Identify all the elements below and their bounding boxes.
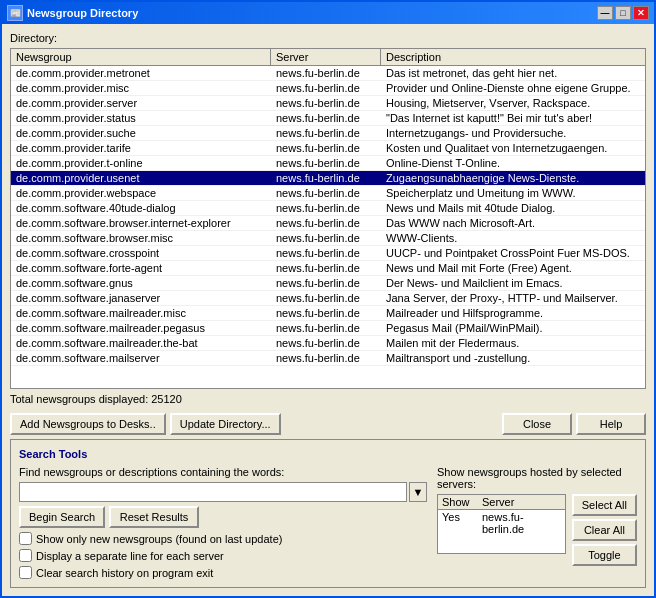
- newsgroup-table: Newsgroup Server Description de.comm.pro…: [10, 48, 646, 389]
- table-cell: news.fu-berlin.de: [271, 201, 381, 215]
- table-cell: de.comm.software.mailreader.misc: [11, 306, 271, 320]
- servers-table[interactable]: Show Server Yes news.fu-berlin.de: [437, 494, 566, 554]
- checkbox-per-server-label: Display a separate line for each server: [36, 550, 224, 562]
- table-row[interactable]: de.comm.software.mailservernews.fu-berli…: [11, 351, 645, 366]
- table-row[interactable]: de.comm.software.browser.internet-explor…: [11, 216, 645, 231]
- table-cell: de.comm.provider.status: [11, 111, 271, 125]
- clear-all-button[interactable]: Clear All: [572, 519, 637, 541]
- table-cell: de.comm.provider.t-online: [11, 156, 271, 170]
- table-cell: Housing, Mietserver, Vserver, Rackspace.: [381, 96, 645, 110]
- update-directory-button[interactable]: Update Directory...: [170, 413, 281, 435]
- table-cell: news.fu-berlin.de: [271, 336, 381, 350]
- maximize-button[interactable]: □: [615, 6, 631, 20]
- table-row[interactable]: de.comm.software.forte-agentnews.fu-berl…: [11, 261, 645, 276]
- table-row[interactable]: de.comm.provider.statusnews.fu-berlin.de…: [11, 111, 645, 126]
- window-title: Newsgroup Directory: [27, 7, 138, 19]
- table-row[interactable]: de.comm.software.40tude-dialognews.fu-be…: [11, 201, 645, 216]
- col-header-description: Description: [381, 49, 645, 65]
- total-count-label: Total newsgroups displayed: 25120: [10, 389, 646, 409]
- table-body[interactable]: de.comm.provider.metronetnews.fu-berlin.…: [11, 66, 645, 388]
- checkbox-separate-line[interactable]: Display a separate line for each server: [19, 549, 427, 562]
- table-cell: de.comm.software.forte-agent: [11, 261, 271, 275]
- table-row[interactable]: de.comm.provider.metronetnews.fu-berlin.…: [11, 66, 645, 81]
- table-cell: de.comm.software.janaserver: [11, 291, 271, 305]
- table-cell: de.comm.software.mailreader.pegasus: [11, 321, 271, 335]
- search-left-panel: Find newsgroups or descriptions containi…: [19, 466, 427, 579]
- search-right-panel: Show newsgroups hosted by selected serve…: [437, 466, 637, 579]
- checkbox-per-server[interactable]: [19, 549, 32, 562]
- checkbox-clear-history-input[interactable]: [19, 566, 32, 579]
- find-label: Find newsgroups or descriptions containi…: [19, 466, 427, 478]
- table-row[interactable]: de.comm.software.browser.miscnews.fu-ber…: [11, 231, 645, 246]
- servers-label: Show newsgroups hosted by selected serve…: [437, 466, 637, 490]
- table-cell: de.comm.software.40tude-dialog: [11, 201, 271, 215]
- begin-search-button[interactable]: Begin Search: [19, 506, 105, 528]
- table-cell: Pegasus Mail (PMail/WinPMail).: [381, 321, 645, 335]
- search-tools-title: Search Tools: [19, 448, 637, 460]
- table-cell: news.fu-berlin.de: [271, 171, 381, 185]
- table-cell: Provider und Online-Dienste ohne eigene …: [381, 81, 645, 95]
- table-cell: Speicherplatz und Umeitung im WWW.: [381, 186, 645, 200]
- table-cell: news.fu-berlin.de: [271, 96, 381, 110]
- table-row[interactable]: de.comm.provider.usenetnews.fu-berlin.de…: [11, 171, 645, 186]
- help-button[interactable]: Help: [576, 413, 646, 435]
- minimize-button[interactable]: —: [597, 6, 613, 20]
- search-dropdown-arrow[interactable]: ▼: [409, 482, 427, 502]
- table-cell: de.comm.provider.server: [11, 96, 271, 110]
- checkbox-clear-history[interactable]: Clear search history on program exit: [19, 566, 427, 579]
- table-row[interactable]: de.comm.provider.servernews.fu-berlin.de…: [11, 96, 645, 111]
- reset-results-button[interactable]: Reset Results: [109, 506, 199, 528]
- table-row[interactable]: de.comm.software.gnusnews.fu-berlin.deDe…: [11, 276, 645, 291]
- table-cell: News und Mail mit Forte (Free) Agent.: [381, 261, 645, 275]
- toggle-button[interactable]: Toggle: [572, 544, 637, 566]
- table-header: Newsgroup Server Description: [11, 49, 645, 66]
- table-cell: Internetzugangs- und Providersuche.: [381, 126, 645, 140]
- table-row[interactable]: de.comm.provider.webspacenews.fu-berlin.…: [11, 186, 645, 201]
- close-button[interactable]: Close: [502, 413, 572, 435]
- table-cell: news.fu-berlin.de: [271, 276, 381, 290]
- table-row[interactable]: de.comm.software.crosspointnews.fu-berli…: [11, 246, 645, 261]
- table-cell: de.comm.provider.suche: [11, 126, 271, 140]
- table-row[interactable]: de.comm.provider.tarifenews.fu-berlin.de…: [11, 141, 645, 156]
- table-row[interactable]: de.comm.provider.miscnews.fu-berlin.dePr…: [11, 81, 645, 96]
- table-row[interactable]: de.comm.software.mailreader.pegasusnews.…: [11, 321, 645, 336]
- table-cell: news.fu-berlin.de: [271, 81, 381, 95]
- add-newsgroups-button[interactable]: Add Newsgroups to Desks..: [10, 413, 166, 435]
- table-cell: news.fu-berlin.de: [271, 231, 381, 245]
- table-cell: de.comm.provider.tarife: [11, 141, 271, 155]
- table-cell: Kosten und Qualitaet von Internetzugaeng…: [381, 141, 645, 155]
- table-cell: Mailreader und Hilfsprogramme.: [381, 306, 645, 320]
- table-cell: Zugaengsunabhaengige News-Dienste.: [381, 171, 645, 185]
- checkbox-clear-history-label: Clear search history on program exit: [36, 567, 213, 579]
- table-row[interactable]: de.comm.provider.suchenews.fu-berlin.deI…: [11, 126, 645, 141]
- col-header-newsgroup: Newsgroup: [11, 49, 271, 65]
- table-row[interactable]: de.comm.software.mailreader.the-batnews.…: [11, 336, 645, 351]
- table-row[interactable]: de.comm.software.mailreader.miscnews.fu-…: [11, 306, 645, 321]
- table-cell: WWW-Clients.: [381, 231, 645, 245]
- close-window-button[interactable]: ✕: [633, 6, 649, 20]
- search-input[interactable]: [19, 482, 407, 502]
- table-cell: de.comm.software.browser.internet-explor…: [11, 216, 271, 230]
- table-cell: de.comm.provider.webspace: [11, 186, 271, 200]
- table-cell: Mailtransport und -zustellung.: [381, 351, 645, 365]
- directory-label: Directory:: [10, 32, 646, 44]
- table-cell: Online-Dienst T-Online.: [381, 156, 645, 170]
- table-cell: Der News- und Mailclient im Emacs.: [381, 276, 645, 290]
- table-cell: Das ist metronet, das geht hier net.: [381, 66, 645, 80]
- table-cell: Jana Server, der Proxy-, HTTP- und Mails…: [381, 291, 645, 305]
- server-row[interactable]: Yes news.fu-berlin.de: [438, 510, 565, 536]
- table-cell: news.fu-berlin.de: [271, 351, 381, 365]
- table-row[interactable]: de.comm.provider.t-onlinenews.fu-berlin.…: [11, 156, 645, 171]
- table-cell: news.fu-berlin.de: [271, 141, 381, 155]
- table-cell: Mailen mit der Fledermaus.: [381, 336, 645, 350]
- checkbox-new-only[interactable]: [19, 532, 32, 545]
- server-show-cell: Yes: [438, 510, 478, 536]
- checkbox-new-newsgroups[interactable]: Show only new newsgroups (found on last …: [19, 532, 427, 545]
- table-row[interactable]: de.comm.software.janaservernews.fu-berli…: [11, 291, 645, 306]
- table-cell: news.fu-berlin.de: [271, 126, 381, 140]
- select-all-button[interactable]: Select All: [572, 494, 637, 516]
- window-icon: 📰: [7, 5, 23, 21]
- table-cell: de.comm.software.browser.misc: [11, 231, 271, 245]
- table-cell: de.comm.provider.metronet: [11, 66, 271, 80]
- main-button-row: Add Newsgroups to Desks.. Update Directo…: [10, 409, 646, 439]
